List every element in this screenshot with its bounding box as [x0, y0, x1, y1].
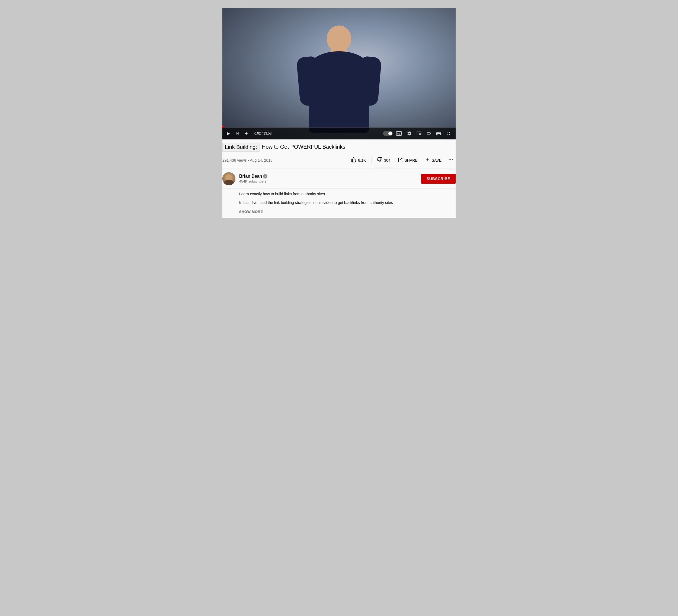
title-highlight: Link Building:: [222, 143, 260, 152]
avatar-image: [222, 172, 235, 185]
video-controls: ▶ 0:02 / 13:53 CC: [222, 128, 456, 139]
save-label: SAVE: [432, 158, 442, 162]
description-text: Learn exactly how to build links from au…: [222, 191, 456, 206]
time-display: 0:02 / 13:53: [254, 132, 271, 135]
autoplay-knob: [388, 132, 392, 135]
share-icon: [398, 157, 403, 164]
save-button[interactable]: SAVE: [422, 155, 445, 166]
share-button[interactable]: SHARE: [394, 155, 421, 166]
title-rest: How to Get POWERFUL Backlinks: [260, 143, 347, 151]
svg-point-5: [450, 159, 451, 160]
person-head: [327, 26, 351, 51]
action-buttons: 8.1K 304 SHARE: [348, 155, 456, 166]
subscriber-count: 454K subscribers: [239, 179, 267, 183]
dislike-button[interactable]: 304: [374, 155, 393, 166]
like-button[interactable]: 8.1K: [348, 155, 369, 166]
cast-button[interactable]: [435, 130, 443, 137]
video-info: Link Building: How to Get POWERFUL Backl…: [222, 139, 456, 218]
description-line1: Learn exactly how to build links from au…: [239, 191, 456, 197]
video-title-row: Link Building: How to Get POWERFUL Backl…: [222, 143, 456, 154]
channel-name: Brian Dean ✓: [239, 174, 267, 179]
skip-button[interactable]: [234, 130, 241, 137]
presenter-figure: [293, 26, 385, 139]
channel-avatar[interactable]: [222, 172, 235, 185]
settings-button[interactable]: [405, 130, 413, 137]
view-count-date: 291,436 views • Aug 14, 2018: [222, 158, 272, 163]
miniplayer-button[interactable]: [415, 130, 423, 137]
save-icon: [425, 157, 430, 164]
thumbs-up-icon: [351, 157, 356, 164]
cc-button[interactable]: CC: [394, 130, 404, 137]
description-section: Learn exactly how to build links from au…: [222, 188, 456, 218]
channel-left: Brian Dean ✓ 454K subscribers: [222, 172, 267, 185]
description-line2: In fact, I've used the link building str…: [239, 200, 456, 206]
person-body: [309, 51, 369, 133]
play-button[interactable]: ▶: [226, 130, 231, 137]
more-button[interactable]: [446, 155, 456, 166]
theater-button[interactable]: [425, 130, 433, 137]
thumbs-down-icon: [377, 157, 382, 164]
volume-button[interactable]: [243, 130, 251, 137]
fullscreen-button[interactable]: [444, 130, 452, 137]
channel-name-block: Brian Dean ✓ 454K subscribers: [239, 174, 267, 183]
page-container: ▶ 0:02 / 13:53 CC: [222, 8, 456, 218]
controls-right: CC: [383, 130, 452, 137]
autoplay-toggle[interactable]: [383, 131, 393, 136]
dislike-count: 304: [384, 158, 390, 162]
view-count: 291,436 views • Aug 14, 2018: [222, 158, 272, 162]
svg-text:CC: CC: [397, 133, 400, 135]
video-stats-row: 291,436 views • Aug 14, 2018 8.1K: [222, 154, 456, 169]
channel-info-row: Brian Dean ✓ 454K subscribers SUBSCRIBE: [222, 169, 456, 188]
video-player[interactable]: ▶ 0:02 / 13:53 CC: [222, 8, 456, 139]
svg-point-6: [452, 159, 453, 160]
svg-point-4: [449, 159, 450, 160]
verified-badge: ✓: [263, 174, 267, 179]
video-thumbnail: [222, 8, 456, 139]
share-label: SHARE: [404, 158, 417, 162]
like-count: 8.1K: [358, 158, 366, 162]
subscribe-button[interactable]: SUBSCRIBE: [421, 174, 456, 184]
like-divider: [371, 157, 372, 164]
show-more-button[interactable]: SHOW MORE: [239, 210, 263, 214]
